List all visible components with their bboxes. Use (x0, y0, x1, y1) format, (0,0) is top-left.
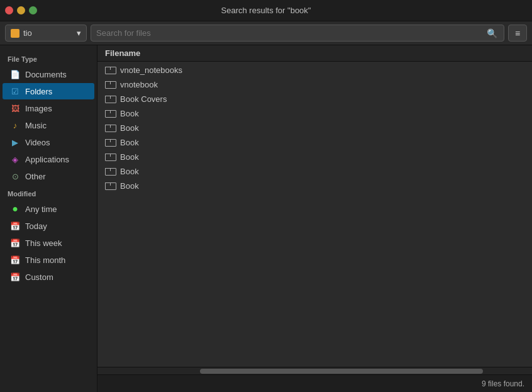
sidebar: File Type 📄 Documents ☑ Folders 🖼 Images… (0, 45, 97, 392)
location-dropdown[interactable]: tio ▾ (5, 25, 87, 42)
file-name: Book (120, 181, 139, 191)
maximize-button[interactable] (29, 6, 37, 14)
sidebar-item-label: Today (25, 221, 47, 231)
table-row[interactable]: Book (97, 150, 532, 164)
table-row[interactable]: vnote_notebooks (97, 63, 532, 77)
search-icon-button[interactable]: 🔍 (485, 28, 499, 38)
calendar-month-icon: 📅 (10, 255, 20, 265)
sidebar-item-folders[interactable]: ☑ Folders (3, 83, 94, 99)
file-name: Book (120, 167, 139, 176)
window-title: Search results for "book" (221, 6, 311, 15)
sidebar-item-label: Applications (25, 155, 69, 164)
table-row[interactable]: Book (97, 164, 532, 179)
scrollbar-thumb[interactable] (200, 369, 483, 374)
other-icon: ⊙ (10, 171, 20, 181)
status-text: 9 files found. (482, 379, 524, 388)
sidebar-item-label: Any time (25, 204, 57, 214)
music-icon: ♪ (10, 120, 20, 130)
table-row[interactable]: Book (97, 135, 532, 150)
sidebar-item-videos[interactable]: ▶ Videos (3, 134, 94, 150)
folder-icon (105, 154, 115, 161)
table-row[interactable]: vnotebook (97, 77, 532, 92)
active-dot-icon: ● (10, 204, 20, 214)
document-icon: 📄 (10, 69, 20, 79)
sidebar-item-this-month[interactable]: 📅 This month (3, 252, 94, 268)
folder-icon: ☑ (10, 86, 20, 96)
column-filename: Filename (105, 48, 140, 58)
sidebar-item-images[interactable]: 🖼 Images (3, 100, 94, 116)
folder-icon (105, 168, 115, 176)
search-input[interactable] (96, 28, 485, 38)
calendar-custom-icon: 📅 (10, 272, 20, 282)
horizontal-scrollbar[interactable] (97, 367, 532, 374)
sidebar-item-custom[interactable]: 📅 Custom (3, 269, 94, 285)
modified-section-label: Modified (0, 185, 97, 200)
file-list-header: Filename (97, 45, 532, 62)
folder-icon (105, 139, 115, 147)
file-name: vnote_notebooks (120, 65, 182, 75)
close-button[interactable] (5, 6, 13, 14)
minimize-button[interactable] (17, 6, 25, 14)
file-name: vnotebook (120, 80, 158, 89)
hamburger-icon: ≡ (515, 28, 520, 38)
sidebar-item-label: Images (25, 104, 52, 113)
file-list[interactable]: vnote_notebooks vnotebook Book Covers Bo… (97, 62, 532, 367)
sidebar-item-documents[interactable]: 📄 Documents (3, 66, 94, 82)
folder-icon (105, 125, 115, 132)
file-name: Book (120, 123, 139, 133)
titlebar: Search results for "book" (0, 0, 532, 21)
main-layout: File Type 📄 Documents ☑ Folders 🖼 Images… (0, 45, 532, 392)
sidebar-item-label: Folders (25, 87, 52, 96)
sidebar-item-anytime[interactable]: ● Any time (3, 201, 94, 217)
location-label: tio (23, 28, 32, 38)
window-buttons (5, 6, 37, 14)
sidebar-item-label: This month (25, 255, 65, 265)
file-name: Book (120, 109, 139, 118)
location-icon (11, 29, 19, 38)
sidebar-item-label: This week (25, 238, 62, 248)
file-name: Book (120, 152, 139, 162)
table-row[interactable]: Book (97, 106, 532, 121)
folder-icon (105, 110, 115, 118)
sidebar-item-other[interactable]: ⊙ Other (3, 168, 94, 184)
sidebar-item-applications[interactable]: ◈ Applications (3, 151, 94, 167)
sidebar-item-this-week[interactable]: 📅 This week (3, 235, 94, 251)
sidebar-item-label: Music (25, 121, 47, 130)
content-area: Filename vnote_notebooks vnotebook Book … (97, 45, 532, 392)
sidebar-item-label: Videos (25, 138, 50, 147)
file-name: Book (120, 138, 139, 147)
chevron-down-icon: ▾ (77, 28, 81, 38)
menu-button[interactable]: ≡ (508, 25, 527, 42)
table-row[interactable]: Book Covers (97, 92, 532, 106)
sidebar-item-today[interactable]: 📅 Today (3, 218, 94, 234)
application-icon: ◈ (10, 154, 20, 164)
filetype-section-label: File Type (0, 50, 97, 65)
search-bar: 🔍 (91, 25, 504, 42)
table-row[interactable]: Book (97, 121, 532, 135)
calendar-week-icon: 📅 (10, 238, 20, 248)
sidebar-item-label: Custom (25, 272, 53, 282)
table-row[interactable]: Book (97, 179, 532, 193)
sidebar-item-label: Other (25, 172, 46, 181)
sidebar-item-label: Documents (25, 70, 67, 79)
sidebar-item-music[interactable]: ♪ Music (3, 117, 94, 133)
calendar-icon: 📅 (10, 221, 20, 231)
video-icon: ▶ (10, 137, 20, 147)
image-icon: 🖼 (10, 103, 20, 113)
folder-icon (105, 96, 115, 103)
folder-icon (105, 182, 115, 190)
statusbar: 9 files found. (97, 374, 532, 392)
file-name: Book Covers (120, 94, 167, 104)
folder-icon (105, 81, 115, 89)
folder-icon (105, 67, 115, 74)
toolbar: tio ▾ 🔍 ≡ (0, 21, 532, 45)
